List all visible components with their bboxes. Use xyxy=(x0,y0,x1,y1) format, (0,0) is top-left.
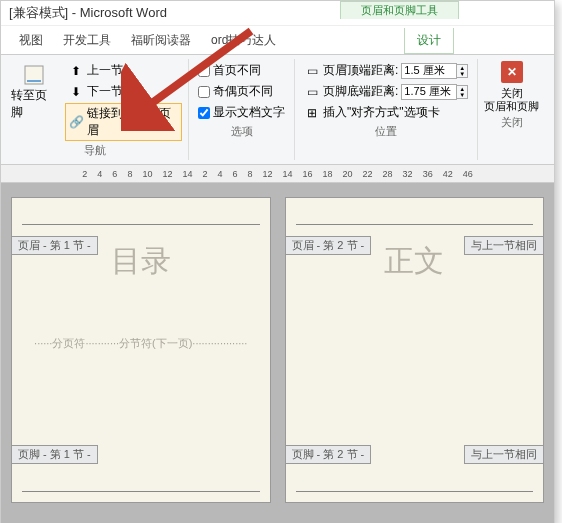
svg-rect-1 xyxy=(27,80,41,82)
context-tab-group: 页眉和页脚工具 xyxy=(340,1,459,19)
ribbon: 转至页脚 ⬆ 上一节 ⬇ 下一节 🔗 链接到前一条页眉 xyxy=(1,55,554,165)
title-bar: [兼容模式] - Microsoft Word xyxy=(1,1,554,26)
page1-footer[interactable] xyxy=(20,473,262,494)
link-icon: 🔗 xyxy=(69,114,84,130)
first-page-diff-checkbox[interactable]: 首页不同 xyxy=(195,61,288,80)
page1-footer-tag: 页脚 - 第 1 节 - xyxy=(11,445,98,464)
group-options: 首页不同 奇偶页不同 显示文档文字 选项 xyxy=(189,59,295,160)
group-nav-label: 导航 xyxy=(7,143,182,158)
page2-header-tag: 页眉 - 第 2 节 - xyxy=(285,236,372,255)
prev-icon: ⬆ xyxy=(68,63,84,79)
next-label: 下一节 xyxy=(87,83,123,100)
goto-footer-icon xyxy=(20,63,48,87)
tab-dev[interactable]: 开发工具 xyxy=(53,28,121,54)
tab-view[interactable]: 视图 xyxy=(9,28,53,54)
align-tab-icon: ⊞ xyxy=(304,105,320,121)
header-dist-input[interactable] xyxy=(401,63,457,79)
group-close: ✕ 关闭 页眉和页脚 关闭 xyxy=(478,59,545,160)
show-doc-text-checkbox[interactable]: 显示文档文字 xyxy=(195,103,288,122)
prev-label: 上一节 xyxy=(87,62,123,79)
footer-distance-row: ▭ 页脚底端距离: ▲▼ xyxy=(301,82,471,101)
page2-same-as-prev-top: 与上一节相同 xyxy=(464,236,544,255)
odd-even-diff-label: 奇偶页不同 xyxy=(213,83,273,100)
close-header-footer-button[interactable]: ✕ xyxy=(501,61,523,83)
goto-footer-label: 转至页脚 xyxy=(11,87,57,121)
footer-dist-input[interactable] xyxy=(401,84,457,100)
group-position: ▭ 页眉顶端距离: ▲▼ ▭ 页脚底端距离: ▲▼ xyxy=(295,59,478,160)
footer-dist-icon: ▭ xyxy=(304,84,320,100)
checkbox-icon[interactable] xyxy=(198,107,210,119)
header-dist-icon: ▭ xyxy=(304,63,320,79)
page1-body: 目录 ······分页符···········分节符(下一页)·········… xyxy=(12,235,270,465)
page-2: 页眉 - 第 2 节 - 与上一节相同 正文 页脚 - 第 2 节 - 与上一节… xyxy=(285,197,545,503)
checkbox-icon[interactable] xyxy=(198,65,210,77)
link-to-previous-button[interactable]: 🔗 链接到前一条页眉 xyxy=(65,103,182,141)
spin-down[interactable]: ▼ xyxy=(457,71,467,77)
prev-section-button[interactable]: ⬆ 上一节 xyxy=(65,61,182,80)
close-icon: ✕ xyxy=(507,65,517,79)
page1-header-tag: 页眉 - 第 1 节 - xyxy=(11,236,98,255)
page2-footer[interactable] xyxy=(294,473,536,494)
insert-align-tab-button[interactable]: ⊞ 插入"对齐方式"选项卡 xyxy=(301,103,471,122)
tab-tips[interactable]: ord技巧达人 xyxy=(201,28,286,54)
page2-footer-tag: 页脚 - 第 2 节 - xyxy=(285,445,372,464)
header-dist-label: 页眉顶端距离: xyxy=(323,62,398,79)
page2-same-as-prev-bot: 与上一节相同 xyxy=(464,445,544,464)
group-nav: 转至页脚 ⬆ 上一节 ⬇ 下一节 🔗 链接到前一条页眉 xyxy=(1,59,189,160)
tab-design[interactable]: 设计 xyxy=(404,28,454,54)
page2-body: 正文 xyxy=(286,235,544,465)
tab-foxit[interactable]: 福昕阅读器 xyxy=(121,28,201,54)
goto-footer-button[interactable]: 转至页脚 xyxy=(7,61,61,123)
page-1: 页眉 - 第 1 节 - 目录 ······分页符···········分节符(… xyxy=(11,197,271,503)
word-window: 页眉和页脚工具 [兼容模式] - Microsoft Word 视图 开发工具 … xyxy=(0,0,555,523)
checkbox-icon[interactable] xyxy=(198,86,210,98)
next-icon: ⬇ xyxy=(68,84,84,100)
page2-header[interactable] xyxy=(294,206,536,227)
section-break-text: ······分页符···········分节符(下一页)············… xyxy=(26,336,256,351)
ribbon-tabs: 视图 开发工具 福昕阅读器 ord技巧达人 设计 xyxy=(1,26,554,55)
group-close-label: 关闭 xyxy=(484,115,539,130)
footer-dist-label: 页脚底端距离: xyxy=(323,83,398,100)
insert-align-label: 插入"对齐方式"选项卡 xyxy=(323,104,440,121)
close-label: 关闭 页眉和页脚 xyxy=(484,87,539,113)
link-label: 链接到前一条页眉 xyxy=(87,105,178,139)
horizontal-ruler: 246810121424681214161820222832364246 xyxy=(1,165,554,183)
odd-even-diff-checkbox[interactable]: 奇偶页不同 xyxy=(195,82,288,101)
document-area: 页眉 - 第 1 节 - 目录 ······分页符···········分节符(… xyxy=(1,183,554,523)
group-position-label: 位置 xyxy=(301,124,471,139)
header-distance-row: ▭ 页眉顶端距离: ▲▼ xyxy=(301,61,471,80)
spin-down[interactable]: ▼ xyxy=(457,92,467,98)
first-page-diff-label: 首页不同 xyxy=(213,62,261,79)
show-doc-text-label: 显示文档文字 xyxy=(213,104,285,121)
group-options-label: 选项 xyxy=(195,124,288,139)
next-section-button[interactable]: ⬇ 下一节 xyxy=(65,82,182,101)
page1-header[interactable] xyxy=(20,206,262,227)
